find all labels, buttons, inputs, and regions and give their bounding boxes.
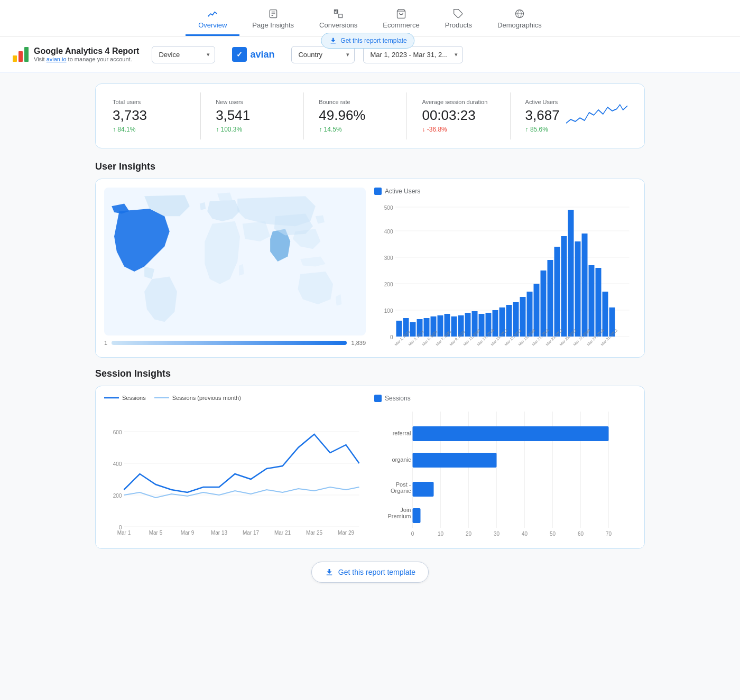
svg-text:70: 70 <box>606 531 612 537</box>
header-bar: Get this report template Google Analytic… <box>0 36 740 73</box>
svg-rect-34 <box>465 313 471 337</box>
nav-demographics[interactable]: Demographics <box>485 4 554 36</box>
divider-2 <box>303 92 304 139</box>
sessions-source-dot <box>374 395 382 402</box>
svg-text:0: 0 <box>411 531 414 537</box>
download-icon-bottom <box>325 567 334 577</box>
active-users-chart-title: Active Users <box>374 188 636 195</box>
svg-rect-112 <box>413 482 434 497</box>
svg-text:Mar 1: Mar 1 <box>117 530 131 536</box>
nav-page-insights[interactable]: Page Insights <box>239 4 307 36</box>
demographics-icon <box>514 8 525 19</box>
svg-rect-54 <box>603 292 608 337</box>
download-icon <box>329 36 337 45</box>
nav-products[interactable]: Products <box>432 4 485 36</box>
get-template-button-bottom[interactable]: Get this report template <box>311 562 429 583</box>
svg-point-1 <box>216 13 217 14</box>
svg-text:100: 100 <box>384 308 393 314</box>
svg-text:20: 20 <box>466 531 472 537</box>
svg-rect-53 <box>596 268 602 337</box>
svg-text:500: 500 <box>384 205 393 211</box>
svg-text:60: 60 <box>578 531 584 537</box>
svg-rect-45 <box>541 270 547 337</box>
svg-rect-26 <box>410 322 416 337</box>
svg-rect-30 <box>438 315 443 337</box>
session-insights-row: Sessions Sessions (previous month) 0 200… <box>95 386 645 549</box>
svg-rect-32 <box>451 316 457 337</box>
svg-text:50: 50 <box>550 531 556 537</box>
avian-logo: ✓ avian <box>224 45 283 64</box>
svg-text:Post -: Post - <box>396 481 411 488</box>
metric-cards-row: Total users 3,733 ↑ 84.1% New users 3,54… <box>95 83 645 148</box>
conversions-icon <box>333 8 344 19</box>
overview-icon <box>207 8 218 19</box>
logo-bars <box>13 47 29 62</box>
svg-text:40: 40 <box>522 531 528 537</box>
svg-rect-38 <box>493 310 498 337</box>
main-content: Total users 3,733 ↑ 84.1% New users 3,54… <box>74 73 666 602</box>
map-legend: 1 1,839 <box>104 340 366 346</box>
svg-rect-51 <box>582 234 588 337</box>
metric-avg-session: Average session duration 00:03:23 ↓ -36.… <box>413 92 503 139</box>
svg-text:Join: Join <box>400 507 411 513</box>
sessions-line-svg: 0 200 400 600 Mar 1 Mar 5 Mar 9 Mar 13 M… <box>104 405 366 537</box>
session-insights-title: Session Insights <box>95 368 645 379</box>
svg-text:referral: referral <box>393 430 411 436</box>
svg-text:400: 400 <box>384 229 393 235</box>
svg-text:30: 30 <box>494 531 500 537</box>
avian-link[interactable]: avian.io <box>47 56 67 62</box>
metric-active-users: Active Users 3,687 ↑ 85.6% <box>517 92 636 139</box>
svg-text:200: 200 <box>113 493 122 499</box>
svg-text:0: 0 <box>390 334 393 340</box>
svg-text:400: 400 <box>113 461 122 467</box>
svg-text:Mar 13: Mar 13 <box>211 530 228 536</box>
sparkline-chart <box>566 99 627 133</box>
svg-text:Mar 17: Mar 17 <box>243 530 260 536</box>
svg-rect-7 <box>339 14 343 18</box>
svg-text:10: 10 <box>438 531 444 537</box>
nav-overview[interactable]: Overview <box>186 4 239 36</box>
sessions-prev-legend-line <box>154 395 169 400</box>
user-insights-title: User Insights <box>95 161 645 172</box>
svg-rect-49 <box>568 210 574 337</box>
get-template-button-top[interactable]: Get this report template <box>321 33 414 49</box>
metric-total-users: Total users 3,733 ↑ 84.1% <box>104 92 194 139</box>
svg-rect-115 <box>413 508 421 523</box>
svg-rect-44 <box>534 284 540 337</box>
user-insights-row: 1 1,839 Active Users 0 100 200 300 400 5… <box>95 179 645 358</box>
page-insights-icon <box>268 8 279 19</box>
sessions-source-svg: 0 10 20 30 40 50 60 70 referral <box>374 406 636 538</box>
svg-text:600: 600 <box>113 430 122 435</box>
legend-bar <box>112 341 347 345</box>
sessions-legend-item: Sessions <box>104 395 146 401</box>
sessions-prev-legend-item: Sessions (previous month) <box>154 395 241 401</box>
products-icon <box>453 8 464 19</box>
svg-rect-109 <box>413 453 497 468</box>
svg-text:Mar 25: Mar 25 <box>306 530 323 536</box>
avian-brand: avian <box>250 49 274 60</box>
sessions-legend-line <box>104 395 119 400</box>
metric-new-users: New users 3,541 ↑ 100.3% <box>207 92 297 139</box>
nav-conversions[interactable]: Conversions <box>307 4 370 36</box>
world-map <box>104 188 366 335</box>
divider-4 <box>510 92 511 139</box>
svg-rect-28 <box>424 318 430 337</box>
svg-rect-52 <box>589 265 595 337</box>
report-title: Google Analytics 4 Report <box>34 46 139 56</box>
logo-bar-2 <box>18 51 23 62</box>
logo-bar-3 <box>24 47 29 62</box>
ecommerce-icon <box>396 8 406 19</box>
svg-rect-48 <box>561 236 567 337</box>
svg-text:Mar 5: Mar 5 <box>149 530 163 536</box>
sessions-line-chart-panel: Sessions Sessions (previous month) 0 200… <box>104 395 366 540</box>
logo-bar-1 <box>13 55 17 62</box>
device-dropdown[interactable]: Device <box>152 46 215 63</box>
session-legend: Sessions Sessions (previous month) <box>104 395 366 401</box>
chart-legend-dot <box>374 188 382 195</box>
svg-rect-107 <box>413 426 609 441</box>
logo-area: Google Analytics 4 Report Visit avian.io… <box>13 46 139 62</box>
report-subtitle: Visit avian.io to manage your account. <box>34 56 139 62</box>
nav-ecommerce[interactable]: Ecommerce <box>370 4 432 36</box>
active-users-chart-panel: Active Users 0 100 200 300 400 500 <box>374 188 636 349</box>
world-map-panel: 1 1,839 <box>104 188 366 349</box>
